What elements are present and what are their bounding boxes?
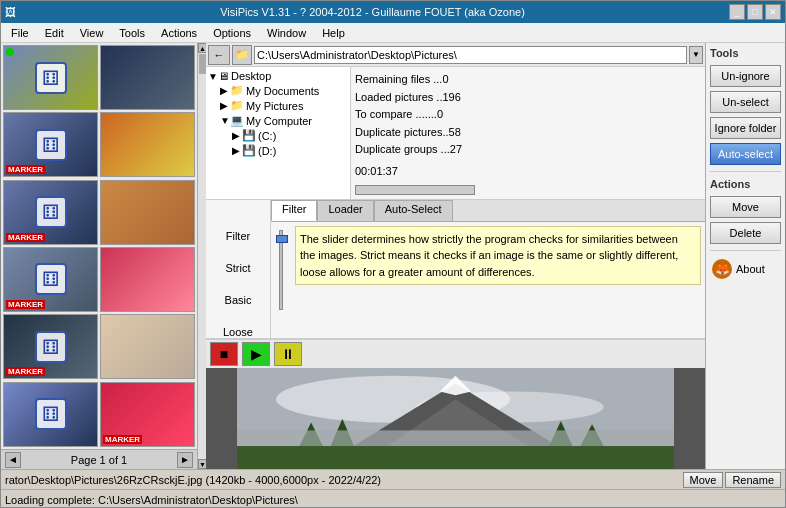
menu-edit[interactable]: Edit [37,25,72,41]
menu-actions[interactable]: Actions [153,25,205,41]
tree-expand-mycomputer[interactable]: ▼ [220,115,230,126]
thumb-item-6[interactable]: ⚅MARKER [3,247,98,312]
unignore-button[interactable]: Un-ignore [710,65,781,87]
thumb-item-2[interactable]: ⚅MARKER [3,112,98,177]
page-prev-button[interactable]: ◄ [5,452,21,468]
menu-options[interactable]: Options [205,25,259,41]
actions-section-title: Actions [710,178,781,190]
thumb-item-8[interactable]: ⚅MARKER [3,314,98,379]
tab-filter[interactable]: Filter [271,200,317,221]
svg-rect-7 [237,446,674,469]
maximize-button[interactable]: □ [747,4,763,20]
tree-item-mycomputer[interactable]: ▼ 💻 My Computer [208,113,348,128]
rename-status-button[interactable]: Rename [725,472,781,488]
path-dropdown-button[interactable]: ▼ [689,46,703,64]
dice-icon-10: ⚅ [35,398,67,430]
marker-2: MARKER [6,165,45,174]
tab-loader[interactable]: Loader [317,200,373,221]
tree-item-mydocs[interactable]: ▶ 📁 My Documents [208,83,348,98]
filter-labels: Filter Strict Basic Loose [206,200,271,338]
window-controls: _ □ ✕ [729,4,781,20]
filter-label: Filter [226,230,250,242]
tree-item-cdrive[interactable]: ▶ 💾 (C:) [208,128,348,143]
menu-file[interactable]: File [3,25,37,41]
thumbnail-grid: ⚅⚅MARKER⚅MARKER⚅MARKER⚅MARKER⚅MARKER [1,43,197,449]
move-status-button[interactable]: Move [683,472,724,488]
tree-expand-mypictures[interactable]: ▶ [220,100,230,111]
thumb-item-9[interactable] [100,314,195,379]
stop-icon: ■ [220,346,228,362]
desktop-icon: 🖥 [218,70,229,82]
stop-button[interactable]: ■ [210,342,238,366]
thumb-item-0[interactable]: ⚅ [3,45,98,110]
right-panel: Tools Un-ignore Un-select Ignore folder … [705,43,785,469]
thumb-item-1[interactable] [100,45,195,110]
tree-expand-ddrive[interactable]: ▶ [232,145,242,156]
right-divider-1 [710,171,781,172]
ignore-folder-button[interactable]: Ignore folder [710,117,781,139]
filter-loader-area: Filter Strict Basic Loose Filter Loader … [206,200,705,339]
status-bar: rator\Desktop\Pictures\26RzCRsckjE.jpg (… [1,469,785,489]
tree-expand-cdrive[interactable]: ▶ [232,130,242,141]
tree-expand-mydocs[interactable]: ▶ [220,85,230,96]
slider-area: The slider determines how strictly the p… [271,222,705,338]
status-text: rator\Desktop\Pictures\26RzCRsckjE.jpg (… [5,474,683,486]
status-buttons: Move Rename [683,472,781,488]
menu-tools[interactable]: Tools [111,25,153,41]
auto-select-button[interactable]: Auto-select [710,143,781,165]
menu-view[interactable]: View [72,25,112,41]
delete-button[interactable]: Delete [710,222,781,244]
tree-item-mypictures[interactable]: ▶ 📁 My Pictures [208,98,348,113]
loose-label: Loose [223,326,253,338]
stats-panel: Remaining files ...0 Loaded pictures ..1… [351,67,705,199]
tree-item-desktop[interactable]: ▼ 🖥 Desktop [208,69,348,83]
thumb-item-10[interactable]: ⚅ [3,382,98,447]
menu-window[interactable]: Window [259,25,314,41]
svg-rect-12 [237,430,674,446]
slider-track[interactable] [271,222,291,338]
thumb-item-3[interactable] [100,112,195,177]
thumb-item-7[interactable] [100,247,195,312]
timer-display: 00:01:37 [355,163,701,181]
folder-tree[interactable]: ▼ 🖥 Desktop ▶ 📁 My Documents ▶ 📁 My Pict… [206,67,351,199]
tools-section-title: Tools [710,47,781,59]
mycomputer-icon: 💻 [230,114,244,127]
pause-button[interactable]: ⏸ [274,342,302,366]
window-title: VisiPics V1.31 - ? 2004-2012 - Guillaume… [16,6,729,18]
similarity-slider[interactable] [279,230,283,310]
tree-item-ddrive[interactable]: ▶ 💾 (D:) [208,143,348,158]
stat-duplicate-groups: Duplicate groups ...27 [355,141,701,159]
thumb-item-11[interactable]: MARKER [100,382,195,447]
play-button[interactable]: ▶ [242,342,270,366]
thumb-item-4[interactable]: ⚅MARKER [3,180,98,245]
slider-thumb[interactable] [276,235,288,243]
page-bar: ◄ Page 1 of 1 ► [1,449,197,469]
controls-bar: ■ ▶ ⏸ [206,339,705,368]
menu-help[interactable]: Help [314,25,353,41]
main-layout: ⚅⚅MARKER⚅MARKER⚅MARKER⚅MARKER⚅MARKER ◄ P… [1,43,785,469]
tree-expand-desktop[interactable]: ▼ [208,71,218,82]
menu-bar: File Edit View Tools Actions Options Win… [1,23,785,43]
about-label: About [736,263,765,275]
cdrive-icon: 💾 [242,129,256,142]
play-icon: ▶ [251,346,262,362]
file-info: rator\Desktop\Pictures\26RzCRsckjE.jpg (… [5,474,381,486]
basic-label: Basic [225,294,252,306]
page-next-button[interactable]: ► [177,452,193,468]
path-input[interactable] [254,46,687,64]
close-button[interactable]: ✕ [765,4,781,20]
strict-label: Strict [225,262,250,274]
thumbnail-panel: ⚅⚅MARKER⚅MARKER⚅MARKER⚅MARKER⚅MARKER ◄ P… [1,43,197,469]
ddrive-icon: 💾 [242,144,256,157]
minimize-button[interactable]: _ [729,4,745,20]
unselect-button[interactable]: Un-select [710,91,781,113]
thumb-item-5[interactable] [100,180,195,245]
mypictures-icon: 📁 [230,99,244,112]
nav-back-button[interactable]: ← [208,45,230,65]
dice-icon-2: ⚅ [35,129,67,161]
about-button[interactable]: 🦊 About [710,257,781,281]
tab-autoselect[interactable]: Auto-Select [374,200,453,221]
move-button[interactable]: Move [710,196,781,218]
tree-label-cdrive: (C:) [258,130,276,142]
marker-6: MARKER [6,300,45,309]
